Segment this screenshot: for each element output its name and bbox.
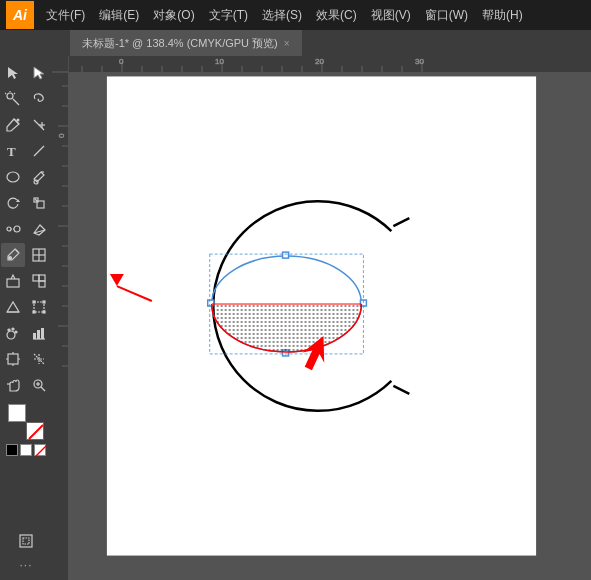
menu-object[interactable]: 对象(O) bbox=[147, 5, 200, 26]
svg-line-3 bbox=[14, 93, 15, 94]
svg-rect-42 bbox=[37, 330, 40, 339]
mesh-tool[interactable] bbox=[27, 243, 51, 267]
eraser-tool[interactable] bbox=[27, 217, 51, 241]
svg-rect-33 bbox=[33, 301, 35, 303]
svg-rect-58 bbox=[23, 538, 29, 544]
tab-bar: 未标题-1* @ 138.4% (CMYK/GPU 预览) × bbox=[0, 30, 591, 56]
symbol-sprayer-tool[interactable] bbox=[1, 321, 25, 345]
svg-rect-35 bbox=[33, 311, 35, 313]
menu-effect[interactable]: 效果(C) bbox=[310, 5, 363, 26]
svg-rect-43 bbox=[41, 328, 44, 339]
add-anchor-tool[interactable] bbox=[27, 113, 51, 137]
magic-wand-tool[interactable] bbox=[1, 87, 25, 111]
svg-line-4 bbox=[5, 93, 6, 94]
svg-point-1 bbox=[7, 93, 13, 99]
zoom-tool[interactable] bbox=[27, 373, 51, 397]
menu-help[interactable]: 帮助(H) bbox=[476, 5, 529, 26]
svg-line-56 bbox=[36, 446, 46, 456]
type-tool[interactable]: T bbox=[1, 139, 25, 163]
menu-window[interactable]: 窗口(W) bbox=[419, 5, 474, 26]
menu-select[interactable]: 选择(S) bbox=[256, 5, 308, 26]
paintbrush-tool[interactable] bbox=[27, 165, 51, 189]
hand-tool[interactable] bbox=[1, 373, 25, 397]
toolbar: T bbox=[0, 56, 52, 580]
pen-tool[interactable] bbox=[1, 113, 25, 137]
tool-row-11 bbox=[0, 320, 52, 346]
rotate-tool[interactable] bbox=[1, 191, 25, 215]
tool-row-10 bbox=[0, 294, 52, 320]
svg-point-38 bbox=[8, 329, 10, 331]
tool-row-6 bbox=[0, 190, 52, 216]
draw-inside-tool[interactable] bbox=[14, 529, 38, 553]
svg-rect-34 bbox=[43, 301, 45, 303]
menu-bar: 文件(F) 编辑(E) 对象(O) 文字(T) 选择(S) 效果(C) 视图(V… bbox=[40, 5, 585, 26]
svg-rect-30 bbox=[39, 275, 45, 281]
menu-file[interactable]: 文件(F) bbox=[40, 5, 91, 26]
tab-label: 未标题-1* @ 138.4% (CMYK/GPU 预览) bbox=[82, 36, 278, 51]
tool-row-screen bbox=[0, 528, 52, 554]
main-area: T bbox=[0, 56, 591, 580]
svg-point-40 bbox=[15, 331, 17, 333]
direct-selection-tool[interactable] bbox=[27, 61, 51, 85]
free-transform-tool[interactable] bbox=[27, 295, 51, 319]
stroke-color[interactable] bbox=[26, 422, 44, 440]
svg-text:T: T bbox=[7, 144, 16, 159]
tool-row-8 bbox=[0, 242, 52, 268]
tab-close-button[interactable]: × bbox=[284, 38, 290, 49]
svg-line-0 bbox=[13, 99, 19, 105]
menu-type[interactable]: 文字(T) bbox=[203, 5, 254, 26]
tool-row-13 bbox=[0, 372, 52, 398]
tool-row-3 bbox=[0, 112, 52, 138]
color-area bbox=[2, 404, 50, 456]
more-tools-button[interactable]: ··· bbox=[0, 556, 52, 574]
blend-tool[interactable] bbox=[1, 217, 25, 241]
svg-point-22 bbox=[9, 257, 12, 260]
svg-point-19 bbox=[14, 226, 20, 232]
svg-line-23 bbox=[16, 250, 18, 252]
tool-row-4: T bbox=[0, 138, 52, 164]
svg-rect-45 bbox=[8, 354, 18, 364]
scale-tool[interactable] bbox=[27, 191, 51, 215]
fill-color[interactable] bbox=[8, 404, 26, 422]
ai-logo: Ai bbox=[6, 1, 34, 29]
perspective-tool[interactable] bbox=[1, 295, 25, 319]
tool-row-1 bbox=[0, 60, 52, 86]
svg-line-10 bbox=[34, 146, 44, 156]
artboard-tool[interactable] bbox=[1, 347, 25, 371]
tool-row-7 bbox=[0, 216, 52, 242]
svg-rect-27 bbox=[7, 279, 19, 287]
black-swatch[interactable] bbox=[6, 444, 18, 456]
menu-view[interactable]: 视图(V) bbox=[365, 5, 417, 26]
svg-line-55 bbox=[29, 425, 43, 439]
svg-point-39 bbox=[12, 328, 14, 330]
ellipse-tool[interactable] bbox=[1, 165, 25, 189]
live-paint-tool[interactable] bbox=[1, 269, 25, 293]
canvas-area[interactable]: 0 10 20 bbox=[52, 56, 591, 580]
column-graph-tool[interactable] bbox=[27, 321, 51, 345]
svg-point-11 bbox=[7, 172, 19, 182]
svg-rect-41 bbox=[33, 333, 36, 339]
white-swatch[interactable] bbox=[20, 444, 32, 456]
small-swatches bbox=[6, 444, 46, 456]
selection-tool[interactable] bbox=[1, 61, 25, 85]
lasso-tool[interactable] bbox=[27, 87, 51, 111]
active-tab[interactable]: 未标题-1* @ 138.4% (CMYK/GPU 预览) × bbox=[70, 30, 302, 56]
slice-tool[interactable] bbox=[27, 347, 51, 371]
tool-row-2 bbox=[0, 86, 52, 112]
svg-rect-28 bbox=[33, 275, 39, 281]
bottom-tools: ··· bbox=[0, 528, 52, 580]
color-swatches[interactable] bbox=[8, 404, 44, 440]
eyedropper-tool[interactable] bbox=[1, 243, 25, 267]
line-segment-tool[interactable] bbox=[27, 139, 51, 163]
svg-rect-57 bbox=[20, 535, 32, 547]
title-bar: Ai 文件(F) 编辑(E) 对象(O) 文字(T) 选择(S) 效果(C) 视… bbox=[0, 0, 591, 30]
svg-rect-36 bbox=[43, 311, 45, 313]
svg-point-6 bbox=[17, 119, 20, 122]
artwork-canvas bbox=[52, 56, 591, 580]
tool-row-9 bbox=[0, 268, 52, 294]
anchor-top[interactable] bbox=[283, 252, 289, 258]
none-swatch[interactable] bbox=[34, 444, 46, 456]
shape-builder-tool[interactable] bbox=[27, 269, 51, 293]
svg-line-52 bbox=[41, 387, 45, 391]
menu-edit[interactable]: 编辑(E) bbox=[93, 5, 145, 26]
